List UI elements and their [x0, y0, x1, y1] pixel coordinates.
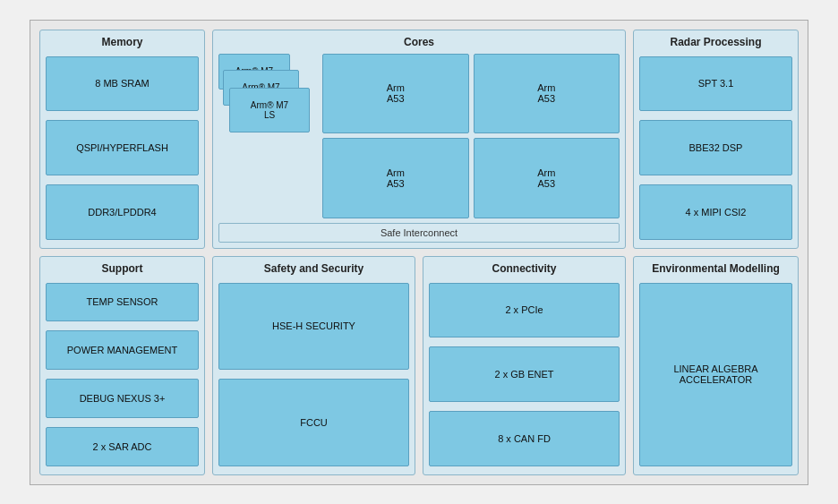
- environmental-title: Environmental Modelling: [639, 262, 792, 275]
- environmental-section: Environmental Modelling LINEAR ALGEBRAAC…: [633, 256, 799, 475]
- safety-title: Safety and Security: [218, 262, 409, 275]
- chip-diagram: Memory 8 MB SRAM QSPI/HYPERFLASH DDR3/LP…: [30, 20, 808, 485]
- chip-enet: 2 x GB ENET: [429, 346, 620, 402]
- bottom-row: Support TEMP SENSOR POWER MANAGEMENT DEB…: [39, 256, 799, 475]
- connectivity-chips: 2 x PCIe 2 x GB ENET 8 x CAN FD: [429, 280, 620, 469]
- a53-cell-4: ArmA53: [474, 138, 620, 218]
- chip-bbe32: BBE32 DSP: [639, 120, 792, 175]
- support-title: Support: [46, 262, 199, 275]
- chip-qspi: QSPI/HYPERFLASH: [46, 120, 199, 175]
- safety-chips: HSE-H SECURITY FCCU: [218, 280, 409, 469]
- chip-debug: DEBUG NEXUS 3+: [46, 379, 199, 418]
- safe-interconnect: Safe Interconnect: [218, 223, 620, 243]
- chip-sram: 8 MB SRAM: [46, 56, 199, 112]
- chip-fccu: FCCU: [218, 379, 409, 466]
- chip-sar: 2 x SAR ADC: [46, 427, 199, 466]
- cores-inner: Arm® M7 Arm® M7 Arm® M7LS ArmA53 ArmA53 …: [218, 54, 620, 218]
- safety-section: Safety and Security HSE-H SECURITY FCCU: [212, 256, 415, 475]
- radar-title: Radar Processing: [639, 36, 792, 48]
- m7-card-3: Arm® M7LS: [229, 88, 310, 132]
- a53-cell-2: ArmA53: [474, 54, 620, 134]
- radar-chips: SPT 3.1 BBE32 DSP 4 x MIPI CSI2: [639, 54, 792, 243]
- chip-linear-algebra: LINEAR ALGEBRAACCELERATOR: [639, 283, 792, 466]
- m7-stack: Arm® M7 Arm® M7 Arm® M7LS: [218, 54, 317, 218]
- support-chips: TEMP SENSOR POWER MANAGEMENT DEBUG NEXUS…: [46, 280, 199, 469]
- chip-power: POWER MANAGEMENT: [46, 330, 199, 370]
- environmental-chips: LINEAR ALGEBRAACCELERATOR: [639, 280, 792, 469]
- a53-cell-1: ArmA53: [322, 54, 469, 134]
- chip-mipi: 4 x MIPI CSI2: [639, 184, 792, 240]
- connectivity-section: Connectivity 2 x PCIe 2 x GB ENET 8 x CA…: [423, 256, 626, 475]
- a53-grid: ArmA53 ArmA53 ArmA53 ArmA53: [322, 54, 620, 218]
- chip-spt: SPT 3.1: [639, 56, 792, 112]
- support-section: Support TEMP SENSOR POWER MANAGEMENT DEB…: [39, 256, 205, 475]
- memory-chips: 8 MB SRAM QSPI/HYPERFLASH DDR3/LPDDR4: [46, 54, 199, 243]
- chip-can: 8 x CAN FD: [429, 411, 620, 466]
- chip-ddr3: DDR3/LPDDR4: [46, 184, 199, 240]
- a53-cell-3: ArmA53: [322, 138, 469, 218]
- memory-section: Memory 8 MB SRAM QSPI/HYPERFLASH DDR3/LP…: [39, 30, 205, 249]
- chip-temp: TEMP SENSOR: [46, 283, 199, 322]
- radar-section: Radar Processing SPT 3.1 BBE32 DSP 4 x M…: [633, 30, 799, 249]
- chip-pcie: 2 x PCIe: [429, 283, 620, 338]
- connectivity-title: Connectivity: [429, 262, 620, 275]
- cores-section: Cores Arm® M7 Arm® M7 Arm® M7LS ArmA53 A…: [212, 30, 626, 249]
- memory-title: Memory: [46, 36, 199, 48]
- chip-hse: HSE-H SECURITY: [218, 283, 409, 371]
- cores-title: Cores: [218, 36, 620, 48]
